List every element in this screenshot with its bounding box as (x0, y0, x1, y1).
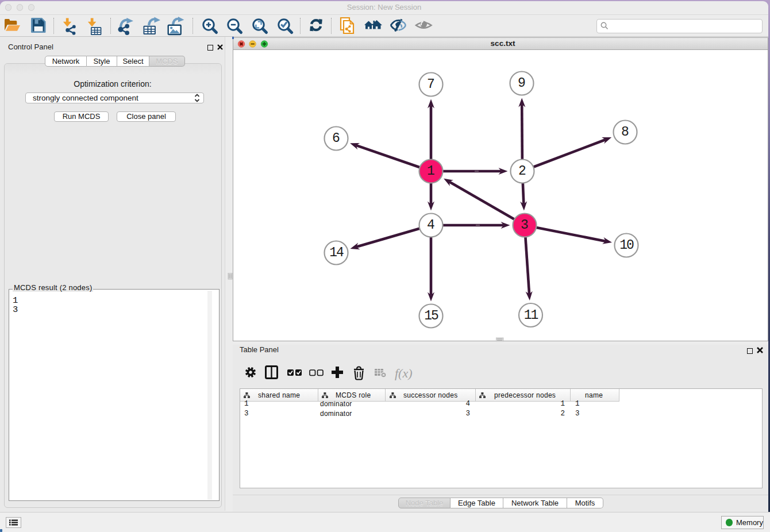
svg-text:10: 10 (619, 238, 634, 253)
svg-text:f(x): f(x) (395, 366, 413, 380)
svg-text:1: 1 (427, 164, 435, 179)
svg-text:name: name (585, 391, 603, 399)
svg-text:8: 8 (621, 125, 629, 140)
svg-text:2: 2 (518, 164, 526, 179)
svg-text:14: 14 (329, 245, 344, 260)
svg-text:15: 15 (424, 309, 438, 323)
svg-text:predecessor nodes: predecessor nodes (494, 391, 556, 399)
svg-text:MCDS role: MCDS role (336, 391, 371, 399)
svg-text:4: 4 (427, 218, 435, 233)
svg-text:9: 9 (518, 76, 526, 91)
svg-text:shared name: shared name (258, 391, 300, 399)
svg-text:successor nodes: successor nodes (403, 391, 458, 399)
svg-text:6: 6 (332, 131, 340, 146)
svg-text:7: 7 (427, 77, 435, 92)
svg-text:11: 11 (524, 308, 538, 323)
svg-text:3: 3 (521, 218, 529, 233)
